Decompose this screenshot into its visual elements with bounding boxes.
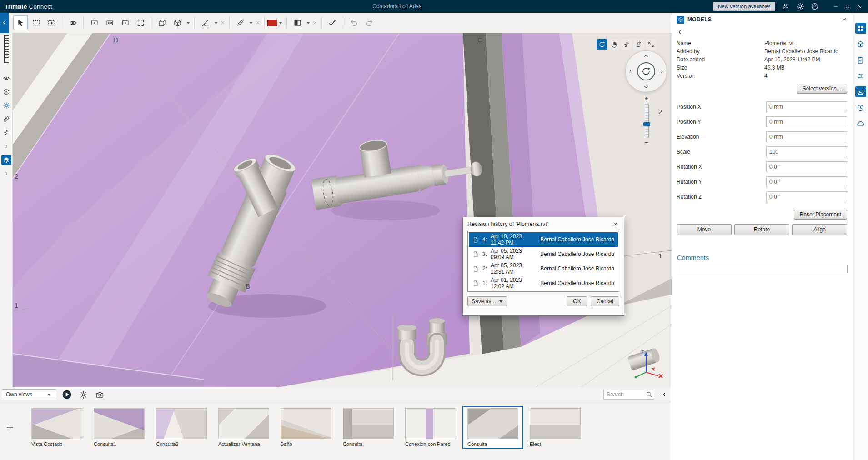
minimize-button[interactable]: [830, 0, 842, 12]
zoom-out-button[interactable]: −: [645, 139, 649, 146]
visibility-tool-button[interactable]: [65, 15, 80, 30]
view-thumbnail[interactable]: Consulta: [338, 406, 399, 449]
thumbnail-image[interactable]: [281, 408, 331, 439]
walk-mode-icon[interactable]: [1, 128, 11, 138]
capture-view-camera-icon[interactable]: [94, 389, 105, 400]
select-tool-button[interactable]: [13, 15, 28, 30]
new-version-button[interactable]: New version available!: [713, 2, 775, 11]
section-view-button[interactable]: [87, 15, 101, 30]
save-as-button[interactable]: Save as...: [467, 296, 507, 306]
link-icon[interactable]: [1, 114, 11, 124]
revision-row[interactable]: 1: Apr 01, 2023 12:02 AM Bernal Caballer…: [469, 276, 618, 290]
redo-button[interactable]: [362, 15, 376, 30]
focus-view-button[interactable]: [102, 15, 117, 30]
back-button[interactable]: [0, 13, 9, 33]
position-y-input[interactable]: [766, 116, 847, 127]
pan-hand-icon[interactable]: [609, 39, 620, 50]
zoom-handle[interactable]: [643, 122, 650, 126]
cancel-button[interactable]: Cancel: [591, 296, 619, 306]
dialog-title-bar[interactable]: Revision history of 'Plomeria.rvt': [463, 217, 624, 231]
fullscreen-icon[interactable]: [646, 39, 657, 50]
view-thumbnail[interactable]: Actualizar Ventana: [213, 406, 274, 449]
orbit-center-button[interactable]: [637, 62, 655, 80]
scale-ruler[interactable]: [4, 35, 9, 63]
view-thumbnail[interactable]: Consulta1: [89, 406, 150, 449]
view-thumbnail[interactable]: Elect: [525, 406, 586, 449]
view-cube-dropdown-caret[interactable]: [186, 22, 190, 24]
clear-markup-button[interactable]: [254, 19, 261, 26]
view-thumbnail-selected[interactable]: Consulta: [462, 406, 523, 449]
add-view-button[interactable]: [4, 421, 16, 434]
color-dropdown-caret[interactable]: [279, 22, 282, 24]
comment-input[interactable]: [677, 265, 848, 273]
thumbnail-image[interactable]: [31, 408, 82, 439]
path-route-icon[interactable]: [633, 39, 644, 50]
revision-row[interactable]: 3: Apr 05, 2023 09:09 AM Bernal Caballer…: [469, 247, 618, 261]
revision-row[interactable]: 2: Apr 05, 2023 12:31 AM Bernal Caballer…: [469, 261, 618, 276]
fit-to-view-button[interactable]: [133, 15, 148, 30]
markup-approve-button[interactable]: [325, 15, 340, 30]
view-thumbnail[interactable]: Vista Costado: [26, 406, 87, 449]
view-thumbnail[interactable]: Consulta2: [151, 406, 212, 449]
revision-row[interactable]: 4: Apr 10, 2023 11:42 PM Bernal Caballer…: [469, 232, 618, 247]
align-button[interactable]: Align: [792, 224, 847, 235]
settings-gear-icon[interactable]: [796, 2, 804, 10]
cloud-sync-icon[interactable]: [855, 118, 866, 129]
zoom-in-button[interactable]: +: [645, 95, 649, 102]
settings-gear-rail-icon[interactable]: [1, 100, 11, 110]
scale-input[interactable]: [766, 146, 847, 157]
markup-pen-button[interactable]: [233, 15, 247, 30]
orbit-left-button[interactable]: [627, 68, 634, 75]
select-version-button[interactable]: Select version...: [797, 84, 847, 94]
views-settings-icon[interactable]: [77, 389, 89, 400]
view-thumbnail[interactable]: Conexion con Pared: [400, 406, 461, 449]
models-panel-close-icon[interactable]: [840, 15, 848, 24]
clear-measure-button[interactable]: [219, 19, 226, 26]
orbit-navigation-control[interactable]: [625, 50, 667, 92]
visibility-eye-icon[interactable]: [1, 73, 11, 83]
model-box-icon[interactable]: [1, 87, 11, 97]
views-image-icon[interactable]: [855, 86, 866, 97]
apps-grid-icon[interactable]: [855, 23, 866, 34]
rotate-button[interactable]: Rotate: [734, 224, 789, 235]
split-view-button[interactable]: [290, 15, 305, 30]
thumbnail-image[interactable]: [94, 408, 145, 439]
viewport-3d[interactable]: B C B 2 1 2 1 +: [13, 33, 672, 387]
thumbnail-image[interactable]: [467, 408, 518, 439]
thumbnail-image[interactable]: [530, 408, 581, 439]
maximize-button[interactable]: [842, 0, 853, 12]
walkthrough-icon[interactable]: [621, 39, 632, 50]
thumbnail-image[interactable]: [156, 408, 207, 439]
rotation-z-input[interactable]: [766, 191, 847, 202]
layers-panel-icon[interactable]: [1, 155, 11, 165]
undo-button[interactable]: [346, 15, 361, 30]
help-icon[interactable]: [811, 2, 819, 10]
rotation-x-input[interactable]: [766, 161, 847, 172]
marquee-select-tool-button[interactable]: [29, 15, 43, 30]
viewport-3d-scene[interactable]: B C B 2 1 2 1: [13, 33, 672, 387]
expand-right-icon-2[interactable]: [1, 169, 11, 179]
zoom-track[interactable]: [645, 104, 649, 137]
close-window-button[interactable]: [853, 0, 865, 12]
orbit-mode-icon[interactable]: [597, 39, 607, 50]
position-x-input[interactable]: [766, 101, 847, 112]
close-views-panel-icon[interactable]: [659, 390, 668, 399]
thumbnail-image[interactable]: [343, 408, 394, 439]
measure-dropdown-caret[interactable]: [214, 22, 218, 24]
thumbnail-image[interactable]: [405, 408, 456, 439]
orbit-down-button[interactable]: [643, 84, 649, 90]
todo-clipboard-icon[interactable]: [855, 55, 866, 65]
models-panel-back-button[interactable]: [675, 27, 685, 36]
markup-color-swatch[interactable]: [267, 20, 277, 26]
settings-sliders-icon[interactable]: [855, 70, 866, 81]
thumbnail-image[interactable]: [218, 408, 269, 439]
view-thumbnail[interactable]: Baño: [276, 406, 336, 449]
ok-button[interactable]: OK: [567, 296, 587, 306]
views-dropdown[interactable]: Own views: [2, 389, 56, 400]
clip-plane-button[interactable]: [155, 15, 169, 30]
history-clock-icon[interactable]: [855, 102, 866, 113]
camera-view-button[interactable]: [118, 15, 132, 30]
reset-placement-button[interactable]: Reset Placement: [794, 210, 847, 220]
markup-dropdown-caret[interactable]: [249, 22, 253, 24]
app-logo[interactable]: Trimble Connect: [5, 3, 52, 10]
